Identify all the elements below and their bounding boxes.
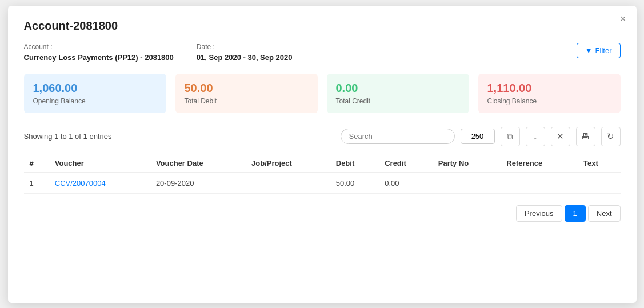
csv-icon: ↓ — [533, 131, 538, 141]
opening-balance-card: 1,060.00 Opening Balance — [24, 74, 166, 113]
modal-title: Account-2081800 — [24, 19, 621, 33]
refresh-button[interactable]: ↻ — [601, 127, 621, 146]
date-info-block: Date : 01, Sep 2020 - 30, Sep 2020 — [197, 43, 293, 62]
cell-job-project — [246, 173, 330, 194]
col-header-reference: Reference — [501, 154, 578, 173]
next-button[interactable]: Next — [588, 205, 621, 222]
print-button[interactable]: 🖶 — [576, 127, 595, 146]
col-header-party-no: Party No — [433, 154, 501, 173]
total-credit-label: Total Credit — [336, 97, 460, 105]
col-header-num: # — [24, 154, 49, 173]
cell-debit: 50.00 — [330, 173, 379, 194]
total-debit-amount: 50.00 — [185, 82, 309, 95]
refresh-icon: ↻ — [607, 131, 614, 142]
filter-button-label: Filter — [595, 46, 612, 55]
cell-voucher: CCV/20070004 — [49, 173, 150, 194]
closing-balance-amount: 1,110.00 — [487, 82, 611, 95]
excel-icon: ✕ — [557, 131, 564, 142]
total-debit-card: 50.00 Total Debit — [175, 74, 318, 113]
filter-button[interactable]: ▼ Filter — [577, 43, 621, 58]
filter-icon: ▼ — [585, 46, 593, 55]
total-credit-amount: 0.00 — [336, 82, 460, 95]
showing-text: Showing 1 to 1 of 1 entries — [24, 132, 335, 141]
summary-cards: 1,060.00 Opening Balance 50.00 Total Deb… — [24, 74, 621, 113]
cell-text — [578, 173, 620, 194]
account-label: Account : — [24, 43, 174, 51]
total-debit-label: Total Debit — [185, 97, 309, 105]
account-info-block: Account : Currency Loss Payments (PP12) … — [24, 43, 174, 62]
excel-button[interactable]: ✕ — [551, 127, 570, 146]
closing-balance-label: Closing Balance — [487, 97, 611, 105]
cell-reference — [501, 173, 578, 194]
col-header-job-project: Job/Project — [246, 154, 330, 173]
csv-download-button[interactable]: ↓ — [526, 127, 545, 146]
copy-icon: ⧉ — [507, 131, 513, 142]
previous-button[interactable]: Previous — [516, 205, 562, 222]
col-header-text: Text — [578, 154, 620, 173]
page-1-button[interactable]: 1 — [565, 205, 586, 222]
col-header-voucher-date: Voucher Date — [150, 154, 246, 173]
print-icon: 🖶 — [581, 131, 590, 141]
info-row: Account : Currency Loss Payments (PP12) … — [24, 43, 621, 62]
table-header-row: # Voucher Voucher Date Job/Project Debit… — [24, 154, 621, 173]
voucher-link[interactable]: CCV/20070004 — [55, 179, 106, 187]
date-label: Date : — [197, 43, 293, 51]
col-header-debit: Debit — [330, 154, 379, 173]
cell-credit: 0.00 — [379, 173, 433, 194]
total-credit-card: 0.00 Total Credit — [327, 74, 469, 113]
table-row: 1 CCV/20070004 20-09-2020 50.00 0.00 — [24, 173, 621, 194]
ledger-table: # Voucher Voucher Date Job/Project Debit… — [24, 154, 621, 194]
account-value: Currency Loss Payments (PP12) - 2081800 — [24, 53, 174, 62]
modal-container: Account-2081800 × Account : Currency Los… — [8, 6, 637, 303]
opening-balance-label: Opening Balance — [33, 97, 157, 105]
col-header-voucher: Voucher — [49, 154, 150, 173]
date-value: 01, Sep 2020 - 30, Sep 2020 — [197, 53, 293, 62]
cell-voucher-date: 20-09-2020 — [150, 173, 246, 194]
search-input[interactable] — [341, 129, 455, 144]
per-page-input[interactable] — [461, 129, 495, 144]
cell-party-no — [433, 173, 501, 194]
close-button[interactable]: × — [620, 14, 626, 24]
closing-balance-card: 1,110.00 Closing Balance — [478, 74, 621, 113]
cell-num: 1 — [24, 173, 49, 194]
col-header-credit: Credit — [379, 154, 433, 173]
copy-button[interactable]: ⧉ — [501, 127, 520, 146]
pagination: Previous 1 Next — [24, 205, 621, 222]
opening-balance-amount: 1,060.00 — [33, 82, 157, 95]
table-toolbar: Showing 1 to 1 of 1 entries ⧉ ↓ ✕ 🖶 ↻ — [24, 127, 621, 146]
